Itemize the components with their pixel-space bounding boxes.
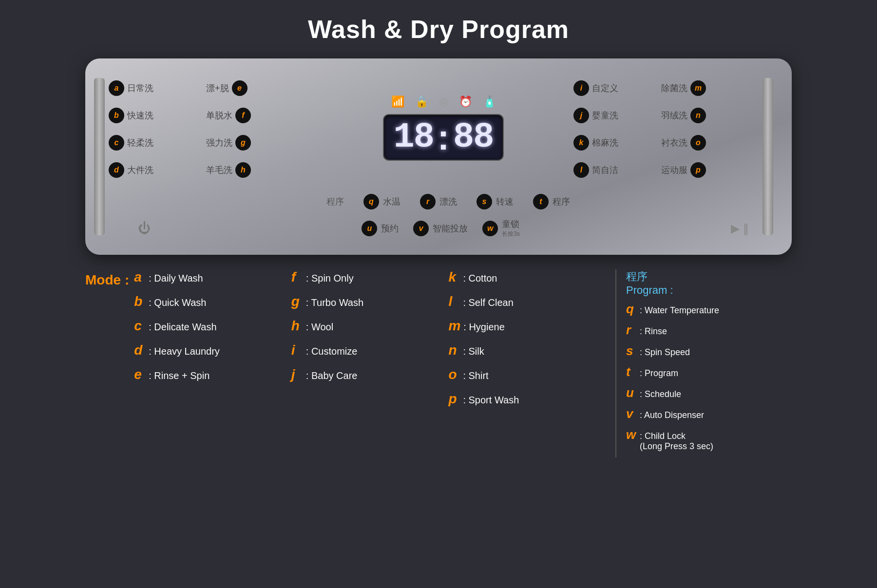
legend-b: b : Quick Wash <box>134 294 291 309</box>
label-p-cn: 运动服 <box>661 164 687 176</box>
prog-u: u : Schedule <box>626 385 792 400</box>
badge-t: t <box>533 194 549 209</box>
label-row-jn: j 婴童洗 羽绒洗 n <box>573 102 759 129</box>
badge-n: n <box>690 108 706 123</box>
playpause-icon[interactable]: ▶ ‖ <box>731 222 749 235</box>
badge-j: j <box>573 108 589 123</box>
icon-row: 📶 🔒 ◎ ⏰ 🧴 <box>391 95 496 108</box>
prog-q: q : Water Temperature <box>626 302 792 317</box>
label-b-cn2: 单脱水 <box>206 110 232 121</box>
legend-o: o : Shirt <box>448 367 606 382</box>
label-o-cn: 衬衣洗 <box>661 137 687 149</box>
label-a-cn1: 日常洗 <box>127 82 153 94</box>
program-header: 程序 Program : <box>626 269 792 297</box>
prog-r: r : Rinse <box>626 322 792 338</box>
program-cn-label: 程序 <box>326 196 344 208</box>
label-row-ko: k 棉麻洗 衬衣洗 o <box>573 130 759 156</box>
prog-w: w : Child Lock (Long Press 3 sec) <box>626 427 792 452</box>
label-row-d: d 大件洗 羊毛洗 h <box>109 157 313 183</box>
page-title: Wash & Dry Program <box>308 15 569 44</box>
badge-d: d <box>109 162 124 178</box>
badge-m: m <box>690 80 706 96</box>
label-m-cn: 除菌洗 <box>661 82 687 94</box>
control-q[interactable]: q 水温 <box>363 194 400 209</box>
legend-h: h : Wool <box>291 318 449 334</box>
legend-c: c : Delicate Wash <box>134 318 291 334</box>
label-i-cn: 自定义 <box>592 82 618 94</box>
prog-v: v : Auto Dispenser <box>626 406 792 421</box>
badge-q: q <box>363 194 379 209</box>
label-c-cn2: 强力洗 <box>206 137 232 149</box>
legend-col-2: f : Spin Only g : Turbo Wash h : Wool i … <box>291 269 449 457</box>
badge-e: e <box>232 80 248 96</box>
control-s[interactable]: s 转速 <box>477 194 514 209</box>
legend-divider <box>615 269 616 457</box>
label-k-cn: 棉麻洗 <box>592 137 618 149</box>
label-row-im: i 自定义 除菌洗 m <box>573 75 759 101</box>
badge-i: i <box>573 80 589 96</box>
badge-v: v <box>413 221 429 236</box>
program-en-text: Program : <box>626 284 792 297</box>
program-cn-text: 程序 <box>626 269 792 284</box>
control-panel: a 日常洗 漂+脱 e b 快速洗 单脱水 f <box>85 58 792 255</box>
badge-s: s <box>477 194 492 209</box>
badge-g: g <box>235 135 251 151</box>
wifi-icon: 📶 <box>391 95 404 108</box>
lock-icon: 🔒 <box>415 95 428 108</box>
legend-col-3: k : Cotton l : Self Clean m : Hygiene n … <box>448 269 606 457</box>
badge-r: r <box>420 194 436 209</box>
label-row-b: b 快速洗 单脱水 f <box>109 102 313 129</box>
target-icon: ◎ <box>439 95 448 108</box>
label-l-cn: 简自洁 <box>592 164 618 176</box>
control-u[interactable]: u 预约 <box>362 221 399 236</box>
badge-l: l <box>573 162 589 178</box>
label-row-a: a 日常洗 漂+脱 e <box>109 75 313 101</box>
label-d-cn2: 羊毛洗 <box>206 164 232 176</box>
label-r: 漂洗 <box>439 196 457 208</box>
label-d-cn1: 大件洗 <box>127 164 153 176</box>
legend-f: f : Spin Only <box>291 269 449 285</box>
control-w[interactable]: w 童锁 长按3s <box>482 218 520 238</box>
badge-o: o <box>690 135 706 151</box>
badge-c: c <box>109 135 124 151</box>
control-v[interactable]: v 智能投放 <box>413 221 468 236</box>
legend-col-1: a : Daily Wash b : Quick Wash c : Delica… <box>134 269 291 457</box>
legend-k: k : Cotton <box>448 269 606 285</box>
label-w-sub: 长按3s <box>502 230 520 238</box>
label-a-cn2: 漂+脱 <box>206 82 229 94</box>
legend-n: n : Silk <box>448 342 606 358</box>
label-v: 智能投放 <box>433 223 468 234</box>
prog-t: t : Program <box>626 364 792 379</box>
legend-p: p : Sport Wash <box>448 391 606 407</box>
label-j-cn: 婴童洗 <box>592 110 618 121</box>
control-t[interactable]: t 程序 <box>533 194 570 209</box>
badge-w: w <box>482 221 498 236</box>
lcd-display: 18 : 88 <box>383 114 504 161</box>
badge-k: k <box>573 135 589 151</box>
label-c-cn1: 轻柔洗 <box>127 137 153 149</box>
label-n-cn: 羽绒洗 <box>661 110 687 121</box>
legend-section: Mode : a : Daily Wash b : Quick Wash c :… <box>85 269 792 457</box>
alarm-icon: ⏰ <box>459 95 472 108</box>
label-b-cn1: 快速洗 <box>127 110 153 121</box>
badge-h: h <box>235 162 251 178</box>
mode-label: Mode : <box>85 272 129 288</box>
label-q: 水温 <box>383 196 400 208</box>
panel-main: a 日常洗 漂+脱 e b 快速洗 单脱水 f <box>109 73 759 240</box>
label-row-lp: l 简自洁 运动服 p <box>573 157 759 183</box>
legend-a: a : Daily Wash <box>134 269 291 285</box>
panel-left-bar <box>94 78 105 235</box>
control-r[interactable]: r 漂洗 <box>420 194 457 209</box>
badge-f: f <box>235 108 251 123</box>
lcd-colon: : <box>438 120 449 155</box>
label-s: 转速 <box>496 196 514 208</box>
label-row-c: c 轻柔洗 强力洗 g <box>109 130 313 156</box>
panel-right-bar <box>763 78 773 235</box>
label-t: 程序 <box>553 196 570 208</box>
lcd-digit2: 88 <box>453 120 493 155</box>
prog-s: s : Spin Speed <box>626 343 792 359</box>
legend-i: i : Customize <box>291 342 449 358</box>
power-icon[interactable]: ⏻ <box>138 221 151 236</box>
program-section: 程序 Program : q : Water Temperature r : R… <box>626 269 792 457</box>
legend-d: d : Heavy Laundry <box>134 342 291 358</box>
